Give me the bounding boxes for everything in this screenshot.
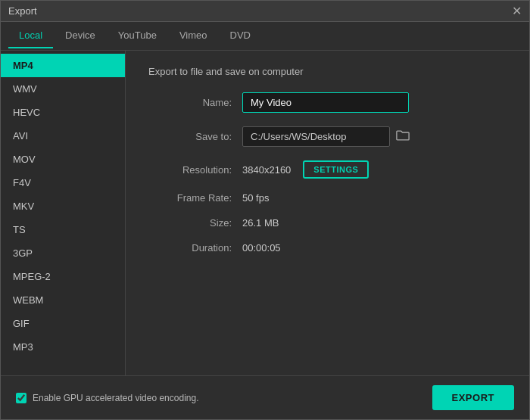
size-row: Size: 26.1 MB bbox=[148, 217, 507, 229]
gpu-encoding-checkbox[interactable] bbox=[16, 393, 26, 403]
save-to-label: Save to: bbox=[148, 131, 232, 142]
save-to-path: C:/Users/WS/Desktop bbox=[242, 126, 390, 147]
sidebar-item-webm[interactable]: WEBM bbox=[1, 288, 125, 312]
resolution-row: Resolution: 3840x2160 SETTINGS bbox=[148, 160, 507, 179]
duration-value: 00:00:05 bbox=[242, 242, 281, 254]
gpu-encoding-checkbox-label[interactable]: Enable GPU accelerated video encoding. bbox=[16, 393, 198, 403]
footer: Enable GPU accelerated video encoding. E… bbox=[1, 375, 529, 419]
export-button[interactable]: EXPORT bbox=[432, 385, 514, 410]
sidebar-item-mpeg2[interactable]: MPEG-2 bbox=[1, 265, 125, 288]
section-title: Export to file and save on computer bbox=[148, 66, 507, 77]
save-to-row: Save to: C:/Users/WS/Desktop bbox=[148, 126, 507, 147]
sidebar-item-mp3[interactable]: MP3 bbox=[1, 335, 125, 359]
sidebar-item-avi[interactable]: AVI bbox=[1, 124, 125, 148]
title-bar: Export ✕ bbox=[1, 1, 529, 22]
sidebar-item-hevc[interactable]: HEVC bbox=[1, 101, 125, 124]
window-title: Export bbox=[8, 5, 37, 17]
content-area: MP4 WMV HEVC AVI MOV F4V MKV TS bbox=[1, 51, 529, 375]
tab-local[interactable]: Local bbox=[8, 23, 53, 48]
save-to-path-row: C:/Users/WS/Desktop bbox=[242, 126, 410, 147]
sidebar-item-gif[interactable]: GIF bbox=[1, 312, 125, 335]
resolution-value-row: 3840x2160 SETTINGS bbox=[242, 160, 369, 179]
tab-dvd[interactable]: DVD bbox=[220, 23, 261, 48]
frame-rate-label: Frame Rate: bbox=[148, 192, 232, 204]
sidebar-item-wmv[interactable]: WMV bbox=[1, 77, 125, 101]
frame-rate-row: Frame Rate: 50 fps bbox=[148, 192, 507, 204]
duration-row: Duration: 00:00:05 bbox=[148, 242, 507, 254]
tab-bar: Local Device YouTube Vimeo DVD bbox=[1, 22, 529, 51]
frame-rate-value: 50 fps bbox=[242, 192, 269, 204]
resolution-value: 3840x2160 bbox=[242, 164, 291, 176]
sidebar-item-mp4[interactable]: MP4 bbox=[1, 54, 125, 77]
tab-vimeo[interactable]: Vimeo bbox=[169, 23, 218, 48]
resolution-label: Resolution: bbox=[148, 164, 232, 176]
sidebar: MP4 WMV HEVC AVI MOV F4V MKV TS bbox=[1, 51, 126, 375]
duration-label: Duration: bbox=[148, 242, 232, 254]
tab-device[interactable]: Device bbox=[55, 23, 106, 48]
size-value: 26.1 MB bbox=[242, 217, 279, 229]
tab-youtube[interactable]: YouTube bbox=[108, 23, 167, 48]
folder-browse-button[interactable] bbox=[396, 129, 410, 145]
gpu-encoding-label: Enable GPU accelerated video encoding. bbox=[33, 393, 198, 403]
sidebar-item-mov[interactable]: MOV bbox=[1, 148, 125, 171]
size-label: Size: bbox=[148, 217, 232, 229]
sidebar-item-3gp[interactable]: 3GP bbox=[1, 241, 125, 265]
name-row: Name: bbox=[148, 92, 507, 113]
export-window: Export ✕ Local Device YouTube Vimeo DVD … bbox=[0, 0, 530, 420]
settings-button[interactable]: SETTINGS bbox=[303, 160, 369, 179]
sidebar-item-f4v[interactable]: F4V bbox=[1, 171, 125, 194]
name-input[interactable] bbox=[242, 92, 409, 113]
sidebar-item-ts[interactable]: TS bbox=[1, 218, 125, 241]
main-panel: Export to file and save on computer Name… bbox=[126, 51, 529, 375]
sidebar-item-mkv[interactable]: MKV bbox=[1, 194, 125, 218]
name-label: Name: bbox=[148, 97, 232, 108]
close-button[interactable]: ✕ bbox=[512, 5, 522, 17]
